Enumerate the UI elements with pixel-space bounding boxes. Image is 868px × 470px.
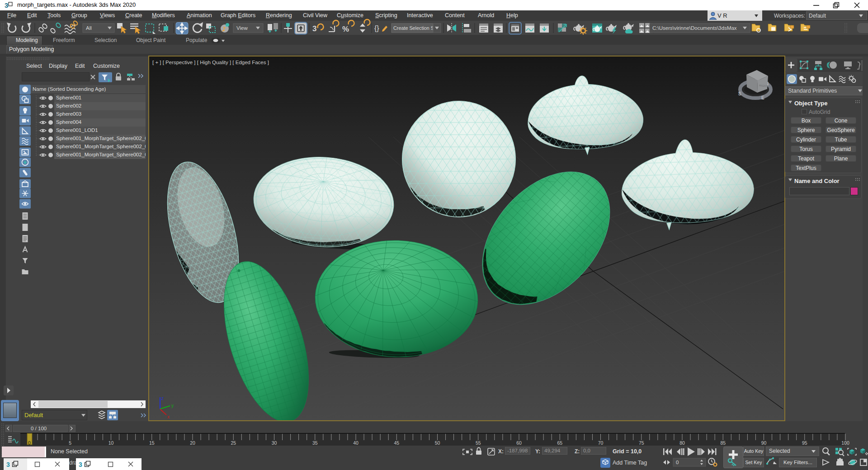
svg-text:Create Selection Se: Create Selection Se [393, 25, 437, 31]
svg-text:10: 10 [108, 440, 114, 446]
svg-text:15: 15 [149, 440, 155, 446]
svg-text:50: 50 [435, 440, 440, 446]
svg-text:30: 30 [272, 440, 277, 446]
svg-text:85: 85 [720, 440, 726, 446]
svg-text:40: 40 [353, 440, 359, 446]
svg-text:70: 70 [598, 440, 604, 446]
svg-text:[ + ] [ Perspective ] [ High Q: [ + ] [ Perspective ] [ High Quality ] [… [152, 60, 269, 65]
svg-text:35: 35 [312, 440, 318, 446]
svg-text:y: y [171, 403, 174, 408]
svg-text:75: 75 [639, 440, 644, 446]
svg-text:80: 80 [679, 440, 685, 446]
svg-text:View: View [236, 25, 248, 31]
svg-text:5: 5 [69, 440, 71, 446]
svg-text:S: S [738, 91, 741, 96]
svg-text:C:\Users\virinne\Documents\3ds: C:\Users\virinne\Documents\3dsMax [652, 25, 737, 31]
svg-text:3: 3 [5, 1, 8, 9]
svg-text:{}: {} [374, 24, 379, 32]
svg-text:60: 60 [516, 440, 522, 446]
svg-text:100: 100 [841, 440, 849, 446]
svg-text:25: 25 [231, 440, 236, 446]
svg-text:0: 0 [28, 440, 31, 446]
svg-text:x: x [167, 414, 170, 419]
svg-text:E: E [761, 95, 764, 100]
svg-text:20: 20 [190, 440, 195, 446]
svg-text:%: % [342, 25, 349, 33]
svg-text:55: 55 [476, 440, 481, 446]
svg-text:All: All [86, 25, 92, 31]
svg-text:90: 90 [761, 440, 767, 446]
svg-text:z: z [161, 396, 164, 401]
svg-text:3: 3 [312, 24, 316, 33]
svg-text:65: 65 [557, 440, 562, 446]
svg-text:95: 95 [802, 440, 807, 446]
svg-text:0: 0 [676, 460, 679, 465]
svg-text:45: 45 [394, 440, 399, 446]
